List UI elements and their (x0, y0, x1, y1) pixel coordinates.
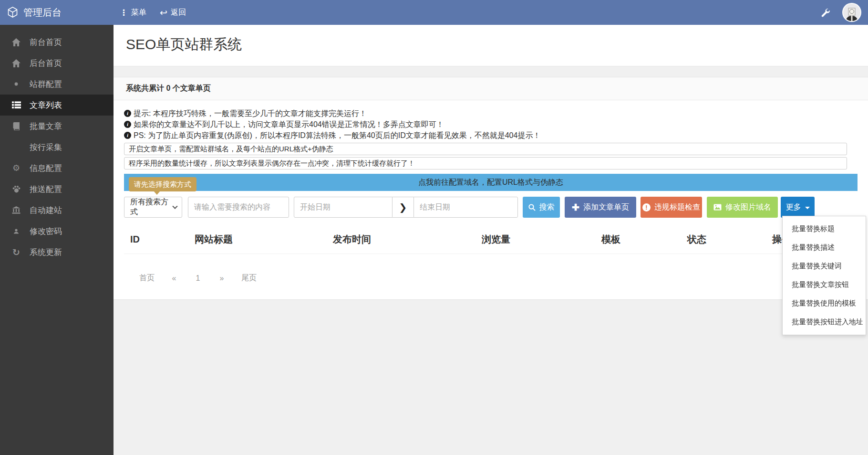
asterisk-icon (11, 143, 21, 151)
top-navbar: 管理后台 ⋮ 菜单 ↩ 返回 (0, 0, 868, 25)
sidebar-item-front-home[interactable]: 前台首页 (0, 32, 114, 53)
gear-icon: ⚙ (11, 164, 21, 172)
sidebar-item-label: 后台首页 (30, 58, 62, 69)
page-header: SEO单页站群系统 (114, 25, 868, 66)
app-brand[interactable]: 管理后台 (0, 6, 114, 19)
date-start-input[interactable] (294, 197, 393, 218)
add-article-label: 添加文章单页 (583, 202, 629, 212)
menu-label: 菜单 (131, 8, 146, 18)
bank-icon (11, 206, 21, 214)
note-box-cache: 程序采用的数量统计缓存，所以文章列表显示偶尔存在一点冲突，清理下统计缓存就行了！ (124, 157, 847, 169)
pagination-prev[interactable]: « (170, 274, 178, 283)
sidebar-item-label: 按行采集 (30, 142, 62, 153)
pagination-page-1[interactable]: 1 (194, 274, 202, 283)
more-dropdown-menu: 批量替换标题 批量替换描述 批量替换关键词 批量替换文章按钮 批量替换使用的模板… (782, 216, 866, 335)
pagination-next[interactable]: » (217, 274, 226, 283)
image-icon (713, 204, 722, 211)
sidebar-item-site-config[interactable]: 站群配置 (0, 74, 114, 95)
sidebar-item-article-list[interactable]: 文章列表 (0, 95, 114, 116)
search-button-label: 搜索 (539, 202, 555, 212)
sidebar-item-label: 前台首页 (30, 37, 62, 48)
menu-item-replace-button-url[interactable]: 批量替换按钮进入地址 (783, 313, 866, 331)
reply-arrow-icon: ↩ (160, 8, 167, 17)
exclamation-circle-icon: ! (642, 203, 651, 212)
tip-text: 提示: 本程序技巧特殊，一般需要至少几千的文章才能支撑完美运行！ (134, 108, 367, 119)
wrench-icon[interactable] (821, 8, 830, 17)
image-domain-label: 修改图片域名 (725, 202, 771, 212)
menu-item-replace-description[interactable]: 批量替换描述 (783, 238, 866, 257)
sidebar-item-batch-articles[interactable]: 批量文章 (0, 116, 114, 137)
sidebar-item-change-password[interactable]: 修改密码 (0, 221, 114, 242)
date-end-input[interactable] (413, 197, 518, 218)
date-range-group: ❯ (294, 197, 518, 218)
info-circle-icon: i (124, 110, 131, 117)
sidebar-item-label: 推送配置 (30, 184, 62, 195)
menu-item-replace-template[interactable]: 批量替换使用的模板 (783, 294, 866, 313)
sidebar-item-system-update[interactable]: ↻ 系统更新 (0, 242, 114, 263)
brand-title: 管理后台 (23, 6, 62, 19)
ellipsis-vertical-icon: ⋮ (120, 9, 128, 17)
sidebar-item-auto-build[interactable]: 自动建站 (0, 200, 114, 221)
menu-button[interactable]: ⋮ 菜单 (120, 8, 146, 18)
sidebar-item-label: 信息配置 (30, 163, 62, 174)
tip-text: 如果你的文章量达不到几千以上，访问文章单页显示404错误是正常情况！多弄点文章即… (134, 119, 444, 130)
date-separator-chevron-icon[interactable]: ❯ (393, 197, 413, 218)
keyword-input[interactable] (188, 197, 289, 218)
column-header-views: 浏览量 (482, 233, 601, 246)
title-check-label: 违规标题检查 (654, 202, 700, 212)
search-button[interactable]: 搜索 (523, 197, 560, 218)
sidebar-item-info-config[interactable]: ⚙ 信息配置 (0, 158, 114, 179)
home-icon (11, 38, 21, 46)
sidebar-item-push-config[interactable]: 推送配置 (0, 179, 114, 200)
tip-text: PS: 为了防止单页内容重复(伪原创)，所以本程序ID算法特殊，一般第40页后的… (134, 130, 540, 141)
menu-item-replace-title[interactable]: 批量替换标题 (783, 220, 866, 238)
sidebar-item-label: 系统更新 (30, 247, 62, 258)
info-circle-icon: i (124, 121, 131, 128)
tip-line: i 如果你的文章量达不到几千以上，访问文章单页显示404错误是正常情况！多弄点文… (124, 119, 858, 130)
table-header-row: ID 网站标题 发布时间 浏览量 模板 状态 操作 (124, 228, 858, 254)
more-label: 更多 (786, 202, 801, 212)
menu-item-replace-keywords[interactable]: 批量替换关键词 (783, 257, 866, 275)
navbar-right (821, 3, 868, 22)
image-domain-button[interactable]: 修改图片域名 (707, 197, 778, 218)
search-icon (528, 204, 536, 211)
pagination-last[interactable]: 尾页 (241, 273, 257, 283)
info-circle-icon: i (124, 132, 131, 139)
add-article-button[interactable]: ✚ 添加文章单页 (565, 197, 636, 218)
filter-toolbar: 所有搜索方式 ❯ 搜索 (124, 197, 858, 218)
column-header-status: 状态 (687, 233, 772, 246)
cube-logo-icon (7, 7, 18, 18)
main-content: SEO单页站群系统 系统共累计 0 个文章单页 i 提示: 本程序技巧特殊，一般… (114, 25, 868, 300)
tip-line: i 提示: 本程序技巧特殊，一般需要至少几千的文章才能支撑完美运行！ (124, 108, 858, 119)
back-button[interactable]: ↩ 返回 (160, 8, 186, 18)
column-header-id: ID (130, 234, 195, 245)
sidebar-item-back-home[interactable]: 后台首页 (0, 53, 114, 74)
pagination-first[interactable]: 首页 (139, 273, 155, 283)
navbar-links: ⋮ 菜单 ↩ 返回 (120, 8, 186, 18)
sidebar-item-line-collect[interactable]: 按行采集 (0, 137, 114, 158)
menu-item-replace-article-button[interactable]: 批量替换文章按钮 (783, 275, 866, 294)
panel-heading: 系统共累计 0 个文章单页 (114, 77, 868, 100)
tip-line: i PS: 为了防止单页内容重复(伪原创)，所以本程序ID算法特殊，一般第40页… (124, 130, 858, 141)
home-icon (11, 59, 21, 67)
sidebar-item-label: 站群配置 (30, 79, 62, 90)
search-type-value: 所有搜索方式 (130, 197, 173, 217)
domain-config-banner[interactable]: 点我前往配置域名，配置URL格式与伪静态 (124, 174, 858, 191)
chrome-icon (11, 80, 21, 88)
search-type-tooltip: 请先选择搜索方式 (129, 177, 196, 191)
sidebar-item-label: 修改密码 (30, 226, 62, 237)
more-button[interactable]: 更多 (781, 197, 815, 218)
sidebar-item-label: 批量文章 (30, 121, 62, 132)
user-avatar[interactable] (842, 3, 861, 22)
caret-down-icon (805, 207, 810, 209)
list-icon (11, 101, 21, 109)
title-check-button[interactable]: ! 违规标题检查 (641, 197, 702, 218)
search-type-select[interactable]: 所有搜索方式 (124, 197, 182, 218)
sidebar-item-label: 文章列表 (30, 100, 62, 111)
plus-icon: ✚ (572, 203, 579, 212)
book-icon (11, 122, 21, 130)
page-title: SEO单页站群系统 (126, 35, 856, 54)
sidebar: 前台首页 后台首页 站群配置 文章列表 (0, 25, 114, 455)
pagination: 首页 « 1 » 尾页 (139, 273, 858, 283)
paw-icon (11, 185, 21, 193)
